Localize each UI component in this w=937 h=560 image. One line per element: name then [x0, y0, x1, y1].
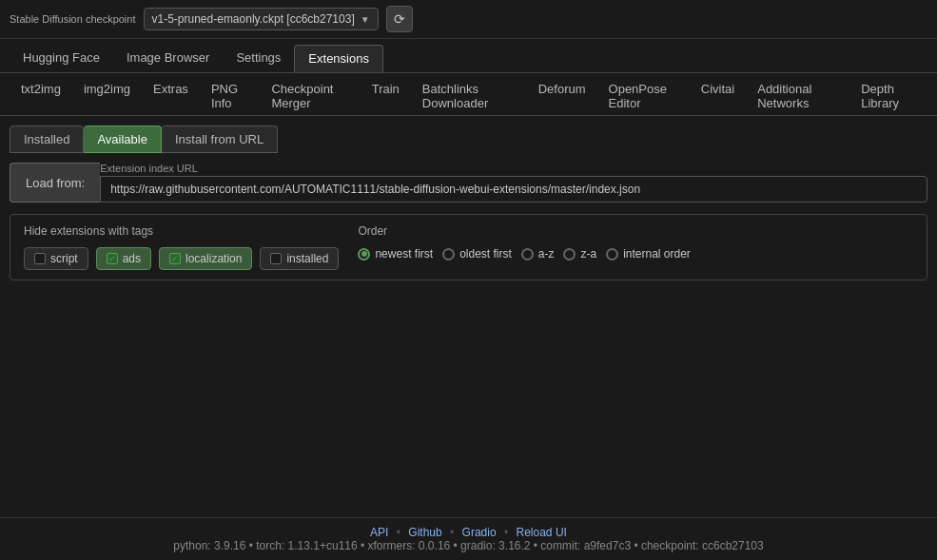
model-dropdown[interactable]: v1-5-pruned-emaonly.ckpt [cc6cb27103] ▼: [144, 8, 379, 30]
subnav-civitai[interactable]: Civitai: [690, 77, 746, 115]
model-bar: Stable Diffusion checkpoint v1-5-pruned-…: [0, 0, 937, 39]
subnav-deforum[interactable]: Deforum: [527, 77, 597, 115]
main-navigation: Hugging Face Image Browser Settings Exte…: [0, 39, 937, 73]
tag-installed-checkbox: [270, 253, 282, 264]
subnav-checkpoint-merger[interactable]: Checkpoint Merger: [260, 77, 360, 115]
subnav-openpose[interactable]: OpenPose Editor: [597, 77, 690, 115]
order-options-group: newest first oldest first a-z z-a intern: [358, 247, 913, 261]
tab-available[interactable]: Available: [84, 126, 162, 153]
subnav-png-info[interactable]: PNG Info: [200, 77, 261, 115]
hide-tags-section: Hide extensions with tags script ✓ ads ✓…: [24, 224, 339, 270]
order-internal[interactable]: internal order: [606, 247, 691, 261]
subnav-train[interactable]: Train: [361, 77, 411, 115]
sub-navigation: txt2img img2img Extras PNG Info Checkpoi…: [0, 73, 937, 116]
order-label: Order: [358, 224, 913, 238]
extensions-panel: Installed Available Install from URL Loa…: [0, 116, 937, 290]
tag-installed-label: installed: [286, 252, 328, 265]
order-az-label: a-z: [538, 247, 555, 261]
radio-oldest-first: [442, 248, 455, 261]
reload-ui-link[interactable]: Reload UI: [517, 526, 567, 539]
nav-item-image-browser[interactable]: Image Browser: [113, 45, 223, 72]
tag-installed[interactable]: installed: [260, 247, 339, 270]
tag-script[interactable]: script: [24, 247, 88, 270]
tag-checkboxes-group: script ✓ ads ✓ localization installed: [24, 247, 339, 270]
footer: API • Github • Gradio • Reload UI python…: [0, 517, 937, 560]
tag-script-checkbox: [34, 253, 46, 264]
model-value: v1-5-pruned-emaonly.ckpt [cc6cb27103]: [152, 12, 355, 26]
nav-item-extensions[interactable]: Extensions: [294, 45, 383, 72]
subnav-depth-library[interactable]: Depth Library: [849, 77, 927, 115]
order-oldest-first[interactable]: oldest first: [442, 247, 512, 261]
order-za-label: z-a: [580, 247, 596, 261]
model-label: Stable Diffusion checkpoint: [10, 13, 136, 25]
tag-ads-label: ads: [123, 252, 141, 265]
subnav-additional-networks[interactable]: Additional Networks: [746, 77, 849, 115]
hide-tags-label: Hide extensions with tags: [24, 224, 339, 238]
radio-dot-newest: [361, 251, 367, 257]
nav-item-hugging-face[interactable]: Hugging Face: [10, 45, 113, 72]
radio-z-a: [563, 248, 576, 261]
tab-installed[interactable]: Installed: [10, 126, 84, 153]
gradio-link[interactable]: Gradio: [462, 526, 497, 539]
tag-ads-checkbox: ✓: [107, 253, 118, 264]
subnav-batchlinks[interactable]: Batchlinks Downloader: [411, 77, 527, 115]
order-a-z[interactable]: a-z: [521, 247, 555, 261]
url-input-label: Extension index URL: [100, 163, 927, 174]
order-oldest-label: oldest first: [459, 247, 512, 261]
order-newest-first[interactable]: newest first: [358, 247, 433, 261]
api-link[interactable]: API: [370, 526, 388, 539]
order-newest-label: newest first: [375, 247, 433, 261]
url-input[interactable]: [100, 176, 927, 203]
radio-internal: [606, 248, 618, 261]
tag-script-label: script: [50, 252, 78, 265]
subnav-extras[interactable]: Extras: [142, 77, 200, 115]
github-link[interactable]: Github: [408, 526, 441, 539]
filters-section: Hide extensions with tags script ✓ ads ✓…: [10, 214, 927, 280]
url-input-section: Extension index URL: [100, 163, 927, 203]
subnav-img2img[interactable]: img2img: [72, 77, 142, 115]
ext-tab-bar: Installed Available Install from URL: [10, 126, 927, 153]
tag-localization-label: localization: [185, 252, 242, 265]
order-z-a[interactable]: z-a: [563, 247, 596, 261]
subnav-txt2img[interactable]: txt2img: [10, 77, 72, 115]
nav-item-settings[interactable]: Settings: [223, 45, 294, 72]
tag-localization[interactable]: ✓ localization: [159, 247, 252, 270]
tab-install-from-url[interactable]: Install from URL: [162, 126, 278, 153]
tag-localization-checkbox: ✓: [169, 253, 181, 264]
load-from-button[interactable]: Load from:: [10, 163, 100, 203]
tag-ads[interactable]: ✓ ads: [96, 247, 151, 270]
refresh-button[interactable]: ⟳: [386, 6, 413, 32]
chevron-down-icon: ▼: [361, 14, 370, 25]
order-section: Order newest first oldest first a-z: [339, 224, 913, 261]
radio-newest-first: [358, 248, 370, 261]
radio-a-z: [521, 248, 534, 261]
version-info: python: 3.9.16 • torch: 1.13.1+cu116 • x…: [173, 539, 763, 552]
order-internal-label: internal order: [623, 247, 691, 261]
